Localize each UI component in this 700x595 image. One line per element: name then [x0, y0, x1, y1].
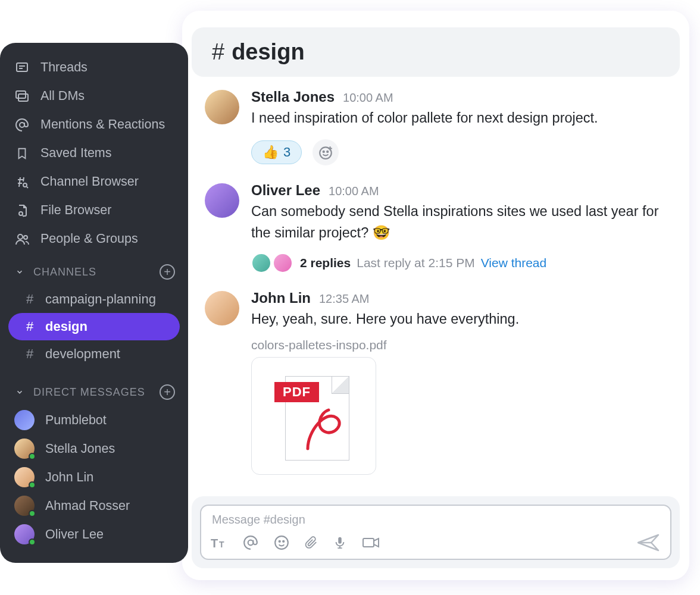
channel-design[interactable]: # design [8, 313, 180, 340]
channel-label: development [45, 346, 120, 362]
message-time: 10:00 AM [343, 91, 393, 105]
format-text-button[interactable]: TT [211, 536, 227, 550]
channel-campaign-planning[interactable]: # campaign-planning [8, 286, 180, 313]
channel-search-icon [14, 175, 30, 189]
thread-replies-count: 2 replies [300, 256, 351, 270]
nav-saved[interactable]: Saved Items [0, 139, 188, 168]
presence-online-icon [29, 510, 36, 517]
avatar [14, 496, 35, 516]
dm-john[interactable]: John Lin [0, 463, 188, 491]
view-thread-link[interactable]: View thread [481, 256, 547, 270]
pdf-file-icon: PDF [278, 371, 349, 461]
hash-icon: # [212, 39, 224, 65]
svg-point-14 [275, 536, 288, 549]
presence-online-icon [29, 538, 36, 546]
message-text: Hey, yeah, sure. Here you have everythin… [251, 309, 674, 330]
channel-title: design [232, 39, 304, 65]
thread-summary[interactable]: 2 replies Last reply at 2:15 PM View thr… [251, 253, 674, 273]
svg-point-5 [19, 212, 23, 215]
mentions-icon [14, 118, 30, 132]
message-author[interactable]: Oliver Lee [251, 182, 320, 199]
avatar [14, 439, 35, 459]
nav-label: Mentions & Reactions [40, 118, 165, 131]
svg-point-15 [279, 541, 280, 542]
channel-header[interactable]: # design [192, 27, 680, 77]
nav-mentions[interactable]: Mentions & Reactions [0, 111, 188, 139]
reaction-emoji: 👍 [262, 145, 279, 160]
dm-label: Stella Jones [45, 441, 115, 456]
message-author[interactable]: John Lin [251, 290, 311, 306]
audio-button[interactable] [333, 535, 346, 550]
hash-icon: # [26, 319, 37, 334]
bookmark-icon [14, 146, 30, 161]
message: Stella Jones 10:00 AM I need inspiration… [205, 89, 674, 165]
channels-section-title: CHANNELS [33, 266, 151, 278]
svg-rect-18 [363, 538, 374, 547]
send-button[interactable] [637, 533, 661, 553]
reaction-thumbs-up[interactable]: 👍 3 [251, 140, 302, 164]
chevron-down-icon [14, 268, 25, 276]
nav-label: All DMs [40, 90, 85, 103]
composer: TT [200, 505, 671, 560]
svg-point-10 [327, 151, 328, 152]
file-attachment[interactable]: PDF [251, 357, 376, 475]
channels-section-header[interactable]: CHANNELS + [0, 253, 188, 286]
nav-file-browser[interactable]: File Browser [0, 196, 188, 225]
svg-text:T: T [219, 540, 224, 549]
svg-rect-0 [17, 63, 27, 71]
file-name: colors-palletes-inspo.pdf [251, 338, 674, 352]
threads-icon [14, 61, 30, 75]
avatar [14, 524, 35, 544]
dms-section-header[interactable]: DIRECT MESSAGES + [0, 368, 188, 406]
message-text: I need inspiration of color pallete for … [251, 108, 674, 129]
dms-icon [14, 89, 30, 104]
add-reaction-button[interactable] [312, 139, 339, 165]
nav-people[interactable]: People & Groups [0, 225, 188, 253]
emoji-button[interactable] [274, 535, 289, 550]
dm-pumblebot[interactable]: Pumblebot [0, 406, 188, 434]
nav-channel-browser[interactable]: Channel Browser [0, 168, 188, 196]
dm-label: Oliver Lee [45, 527, 104, 542]
channel-label: campaign-planning [45, 292, 156, 307]
svg-point-4 [23, 183, 27, 187]
nav-threads[interactable]: Threads [0, 54, 188, 82]
svg-point-3 [20, 123, 24, 127]
composer-container: TT [192, 496, 680, 568]
nav-all-dms[interactable]: All DMs [0, 82, 188, 111]
dm-oliver[interactable]: Oliver Lee [0, 520, 188, 549]
nav-label: File Browser [40, 204, 111, 217]
main-panel: # design Stella Jones 10:00 AM I need in… [182, 11, 689, 580]
avatar [14, 467, 35, 487]
message-list: Stella Jones 10:00 AM I need inspiration… [192, 77, 680, 487]
mention-button[interactable] [243, 535, 258, 550]
avatar[interactable] [205, 291, 239, 325]
nav-label: Saved Items [40, 147, 112, 160]
avatar[interactable] [205, 90, 239, 124]
dm-stella[interactable]: Stella Jones [0, 434, 188, 463]
message-author[interactable]: Stella Jones [251, 89, 335, 105]
nav-label: Channel Browser [40, 176, 139, 189]
add-channel-button[interactable]: + [160, 264, 175, 280]
video-button[interactable] [362, 536, 380, 550]
thread-last-reply: Last reply at 2:15 PM [357, 256, 474, 270]
svg-point-13 [248, 540, 254, 546]
add-dm-button[interactable]: + [160, 384, 175, 400]
channel-label: design [45, 319, 88, 334]
reaction-count: 3 [283, 145, 290, 160]
message-input[interactable] [211, 509, 661, 530]
svg-rect-17 [338, 537, 342, 544]
avatar [14, 410, 35, 430]
nav-label: People & Groups [40, 233, 138, 246]
dm-label: John Lin [45, 470, 93, 485]
dm-ahmad[interactable]: Ahmad Rosser [0, 491, 188, 520]
svg-point-16 [283, 541, 284, 542]
message: John Lin 12:35 AM Hey, yeah, sure. Here … [205, 290, 674, 475]
presence-online-icon [29, 453, 36, 460]
attach-button[interactable] [305, 535, 318, 550]
channel-development[interactable]: # development [8, 340, 180, 368]
presence-online-icon [29, 481, 36, 488]
dm-label: Ahmad Rosser [45, 499, 130, 513]
avatar[interactable] [205, 183, 239, 218]
pdf-badge: PDF [274, 382, 319, 402]
message-text: Can somebody send Stella inspirations si… [251, 201, 674, 243]
